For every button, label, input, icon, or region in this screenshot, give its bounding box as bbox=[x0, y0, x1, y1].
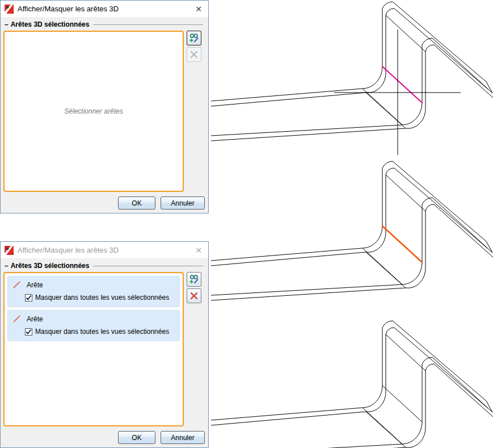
dialog-title: Afficher/Masquer les arêtes 3D bbox=[18, 5, 119, 13]
part-wireframe-middle[interactable] bbox=[211, 161, 493, 300]
add-edges-button[interactable] bbox=[187, 31, 201, 45]
edge-item-label: Arête bbox=[27, 281, 43, 289]
dialog-body: – Arêtes 3D sélectionnées Sélectionner a… bbox=[1, 17, 208, 213]
groupbox-dash: – bbox=[5, 20, 9, 28]
titlebar[interactable]: Afficher/Masquer les arêtes 3D ✕ bbox=[1, 242, 208, 258]
selection-crosshair bbox=[334, 30, 461, 155]
groupbox-dash: – bbox=[5, 262, 9, 270]
cancel-button[interactable]: Annuler bbox=[161, 431, 205, 444]
groupbox-label: Arêtes 3D sélectionnées bbox=[11, 262, 90, 270]
app-logo-icon bbox=[5, 5, 14, 14]
dialog-title: Afficher/Masquer les arêtes 3D bbox=[18, 246, 119, 254]
selected-edge-magenta[interactable] bbox=[382, 66, 422, 103]
hide-in-views-checkbox[interactable] bbox=[25, 294, 32, 302]
add-edges-icon bbox=[189, 274, 199, 284]
add-edges-button[interactable] bbox=[187, 272, 201, 287]
check-icon bbox=[26, 329, 32, 335]
groupbox-header: – Arêtes 3D sélectionnées bbox=[5, 20, 204, 28]
groupbox-rule bbox=[93, 24, 203, 25]
edge-line-icon bbox=[12, 280, 21, 289]
dialog-body: – Arêtes 3D sélectionnées Arête bbox=[1, 258, 208, 447]
ok-button[interactable]: OK bbox=[118, 431, 155, 444]
bend-edge-bottom[interactable] bbox=[382, 386, 422, 422]
close-icon[interactable]: ✕ bbox=[192, 3, 205, 15]
cancel-button[interactable]: Annuler bbox=[161, 196, 205, 210]
edge-item[interactable]: Arête Masquer dans toutes les vues sélec… bbox=[7, 276, 180, 307]
delete-icon bbox=[189, 50, 199, 59]
dialog-show-hide-edges-active: Afficher/Masquer les arêtes 3D ✕ – Arête… bbox=[0, 0, 209, 213]
edge-item-label: Arête bbox=[27, 315, 43, 323]
check-icon bbox=[26, 295, 32, 301]
ok-button[interactable]: OK bbox=[118, 196, 155, 210]
part-wireframe-top[interactable] bbox=[211, 2, 493, 141]
groupbox-label: Arêtes 3D sélectionnées bbox=[11, 20, 90, 28]
selected-edges-list[interactable]: Arête Masquer dans toutes les vues sélec… bbox=[3, 272, 184, 426]
delete-edge-button-disabled[interactable] bbox=[187, 47, 201, 62]
delete-icon bbox=[189, 291, 199, 300]
titlebar[interactable]: Afficher/Masquer les arêtes 3D ✕ bbox=[1, 1, 208, 17]
groupbox-header: – Arêtes 3D sélectionnées bbox=[5, 262, 204, 270]
part-wireframe-bottom[interactable] bbox=[211, 321, 493, 448]
dialog-show-hide-edges-inactive: Afficher/Masquer les arêtes 3D ✕ – Arête… bbox=[0, 241, 209, 448]
close-icon[interactable]: ✕ bbox=[192, 244, 205, 257]
edge-item[interactable]: Arête Masquer dans toutes les vues sélec… bbox=[7, 310, 180, 341]
list-placeholder: Sélectionner arêtes bbox=[64, 107, 123, 115]
groupbox-rule bbox=[93, 266, 203, 266]
delete-edge-button[interactable] bbox=[187, 288, 201, 303]
edge-line-icon bbox=[12, 315, 21, 323]
hide-in-views-label: Masquer dans toutes les vues sélectionné… bbox=[35, 294, 169, 302]
app-logo-icon bbox=[5, 246, 14, 255]
add-edges-icon bbox=[189, 33, 199, 43]
hide-in-views-checkbox[interactable] bbox=[25, 328, 32, 336]
selected-edges-list[interactable]: Sélectionner arêtes bbox=[3, 31, 184, 192]
hide-in-views-label: Masquer dans toutes les vues sélectionné… bbox=[35, 328, 169, 336]
selected-edge-orange[interactable] bbox=[382, 226, 422, 262]
